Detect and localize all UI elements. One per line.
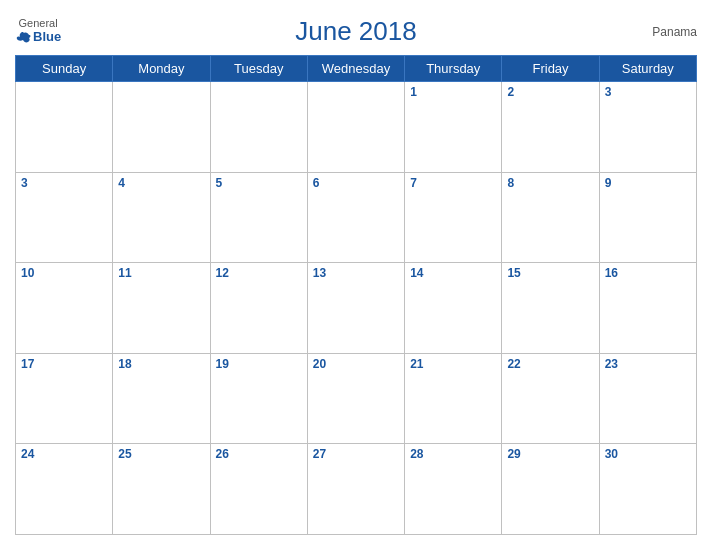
- day-cell: [113, 82, 210, 173]
- day-cell: [210, 82, 307, 173]
- day-cell-2: 2: [502, 82, 599, 173]
- day-cell-5: 5: [210, 172, 307, 263]
- day-cell-3b: 3: [16, 172, 113, 263]
- day-cell-24: 24: [16, 444, 113, 535]
- header-sunday: Sunday: [16, 56, 113, 82]
- month-title: June 2018: [295, 16, 416, 47]
- week-row-5: 24 25 26 27 28 29 30: [16, 444, 697, 535]
- header-friday: Friday: [502, 56, 599, 82]
- day-cell-13: 13: [307, 263, 404, 354]
- day-cell-14: 14: [405, 263, 502, 354]
- logo-bird-icon: [15, 30, 31, 46]
- day-cell: [16, 82, 113, 173]
- day-cell-6: 6: [307, 172, 404, 263]
- day-cell-26: 26: [210, 444, 307, 535]
- day-cell-8: 8: [502, 172, 599, 263]
- week-row-1: 1 2 3: [16, 82, 697, 173]
- header-wednesday: Wednesday: [307, 56, 404, 82]
- day-cell-9: 9: [599, 172, 696, 263]
- day-cell-12: 12: [210, 263, 307, 354]
- weekday-header-row: Sunday Monday Tuesday Wednesday Thursday…: [16, 56, 697, 82]
- day-cell-7: 7: [405, 172, 502, 263]
- day-cell-1: 1: [405, 82, 502, 173]
- day-cell-22: 22: [502, 353, 599, 444]
- week-row-2: 3 4 5 6 7 8 9: [16, 172, 697, 263]
- day-cell-27: 27: [307, 444, 404, 535]
- day-cell-17: 17: [16, 353, 113, 444]
- day-cell-3: 3: [599, 82, 696, 173]
- week-row-3: 10 11 12 13 14 15 16: [16, 263, 697, 354]
- day-cell-23: 23: [599, 353, 696, 444]
- calendar-table: Sunday Monday Tuesday Wednesday Thursday…: [15, 55, 697, 535]
- day-cell-18: 18: [113, 353, 210, 444]
- week-row-4: 17 18 19 20 21 22 23: [16, 353, 697, 444]
- day-cell-16: 16: [599, 263, 696, 354]
- country-label: Panama: [652, 25, 697, 39]
- day-cell-10: 10: [16, 263, 113, 354]
- day-cell-30: 30: [599, 444, 696, 535]
- logo-blue-text: Blue: [15, 30, 61, 46]
- day-cell-25: 25: [113, 444, 210, 535]
- header-saturday: Saturday: [599, 56, 696, 82]
- day-cell-21: 21: [405, 353, 502, 444]
- header-tuesday: Tuesday: [210, 56, 307, 82]
- day-cell-20: 20: [307, 353, 404, 444]
- day-cell-15: 15: [502, 263, 599, 354]
- logo-general-text: General: [19, 17, 58, 29]
- logo: General Blue: [15, 17, 61, 45]
- day-cell-11: 11: [113, 263, 210, 354]
- header-monday: Monday: [113, 56, 210, 82]
- day-cell-29: 29: [502, 444, 599, 535]
- day-cell-28: 28: [405, 444, 502, 535]
- header-thursday: Thursday: [405, 56, 502, 82]
- day-cell-19: 19: [210, 353, 307, 444]
- day-cell-4: 4: [113, 172, 210, 263]
- day-cell: [307, 82, 404, 173]
- calendar-header: General Blue June 2018 Panama: [15, 10, 697, 51]
